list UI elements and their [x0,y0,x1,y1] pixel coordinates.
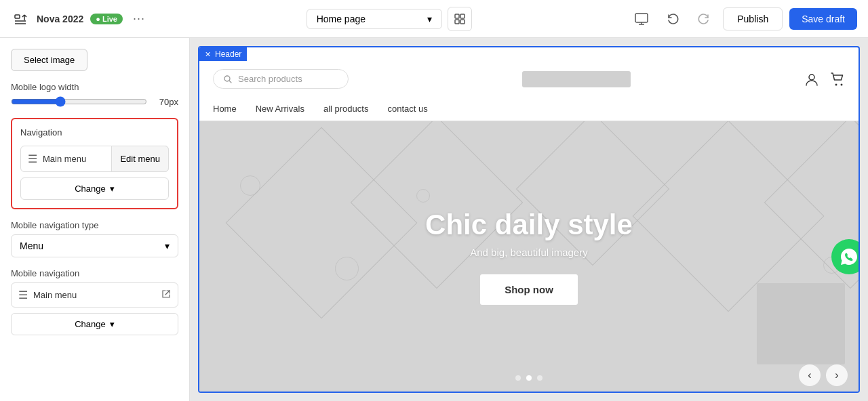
slider-value: 70px [154,97,178,107]
svg-point-9 [841,83,843,85]
left-panel: Select image Mobile logo width 70px Navi… [0,38,190,401]
slider-row: 70px [11,96,178,107]
navigation-section-title: Navigation [20,127,169,138]
logo-area [359,71,793,87]
mobile-nav-type-section: Mobile navigation type Menu ▾ [11,220,178,257]
select-image-button[interactable]: Select image [11,49,87,71]
redo-icon[interactable] [692,7,716,31]
dot-2[interactable] [526,375,532,381]
publish-button[interactable]: Publish [723,7,783,30]
mobile-navigation-label: Mobile navigation [11,268,178,278]
hero-prev-arrow[interactable]: ‹ [799,364,821,386]
page-selector-label: Home page [317,14,366,24]
mobile-logo-width-section: Mobile logo width 70px [11,82,178,107]
nav-item-all-products[interactable]: all products [323,104,368,114]
back-icon[interactable] [11,9,30,28]
circle-4 [335,257,359,280]
navigation-section: Navigation ☰ Main menu → Edit menu Chang… [11,118,178,209]
mobile-main-menu-label: Main menu [33,290,156,300]
mobile-logo-width-label: Mobile logo width [11,82,178,92]
svg-point-7 [809,75,814,80]
mobile-menu-list-icon: ☰ [18,289,28,301]
svg-rect-4 [460,20,465,24]
hero-next-arrow[interactable]: › [826,364,848,386]
site-name: Nova 2022 [37,14,83,24]
thumbnail-box [757,283,845,364]
change-button[interactable]: Change ▾ [20,177,169,200]
header-top-row: Search products [213,61,845,97]
shop-now-button[interactable]: Shop now [480,274,578,305]
top-bar: Nova 2022 ● Live ··· Home page ▾ [0,0,868,38]
svg-point-8 [835,83,837,85]
nav-item-contact[interactable]: contact us [387,104,427,114]
mobile-nav-type-value: Menu [20,240,43,251]
svg-rect-5 [635,14,648,22]
logo-width-slider[interactable] [11,96,147,107]
top-bar-left: Nova 2022 ● Live ··· [11,9,149,28]
more-options-button[interactable]: ··· [130,9,149,28]
svg-rect-3 [455,20,459,24]
nav-item-home[interactable]: Home [213,104,237,114]
hero-content: Chic daily style And big, beautiful imag… [425,209,633,305]
search-placeholder: Search products [238,74,302,84]
header-tag: ✕ Header [199,47,247,61]
circle-2 [416,189,430,203]
mobile-nav-type-label: Mobile navigation type [11,220,178,230]
hero-title: Chic daily style [425,209,633,241]
live-badge: ● Live [90,14,123,24]
header-tag-label: Header [215,49,241,59]
top-bar-center: Home page ▾ [157,7,621,31]
header-tag-row: ✕ Header [199,47,859,61]
mobile-menu-row: ☰ Main menu [11,282,178,308]
chevron-down-icon3: ▾ [110,319,115,329]
hero-subtitle: And big, beautiful imagery [425,247,633,258]
mobile-navigation-section: Mobile navigation ☰ Main menu Change ▾ [11,268,178,335]
chevron-down-icon2: ▾ [165,240,170,251]
save-draft-button[interactable]: Save draft [789,8,857,30]
cart-icon[interactable] [830,72,845,87]
search-box[interactable]: Search products [213,69,349,89]
search-icon [223,75,233,84]
preview-frame: ✕ Header Search products [198,46,860,393]
dot-1[interactable] [515,375,521,381]
mobile-change-label: Change [75,319,106,329]
whatsapp-icon [840,247,859,266]
grid-view-button[interactable] [448,7,472,31]
change-label: Change [75,184,106,194]
main-menu-row: ☰ Main menu → Edit menu [20,146,169,172]
mobile-change-button[interactable]: Change ▾ [11,313,178,335]
mobile-nav-type-dropdown[interactable]: Menu ▾ [11,234,178,257]
dot-3[interactable] [537,375,542,381]
header-nav: Home New Arrivals all products contact u… [213,97,845,121]
svg-rect-0 [15,15,20,18]
logo-image [522,71,631,87]
svg-rect-2 [460,14,465,18]
circle-1 [240,175,260,196]
hero-section: Chic daily style And big, beautiful imag… [199,121,859,392]
menu-list-icon: ☰ [28,152,37,165]
canvas-area: ✕ Header Search products [190,38,868,401]
svg-rect-1 [455,14,459,18]
account-icon[interactable] [804,72,819,87]
nav-item-new-arrivals[interactable]: New Arrivals [256,104,304,114]
main-layout: Select image Mobile logo width 70px Navi… [0,38,868,401]
undo-icon[interactable] [660,7,685,31]
mobile-external-link-icon[interactable] [161,289,171,301]
dots-indicator [515,375,542,381]
page-selector[interactable]: Home page ▾ [307,9,442,29]
site-header: Search products [199,61,859,121]
header-icons [804,72,845,87]
top-bar-actions: Publish Save draft [629,7,857,31]
close-header-icon[interactable]: ✕ [205,50,211,59]
chevron-down-icon: ▾ [427,14,432,24]
chevron-down-icon: ▾ [110,184,115,194]
desktop-icon[interactable] [629,7,654,31]
edit-menu-button[interactable]: Edit menu [111,146,169,172]
